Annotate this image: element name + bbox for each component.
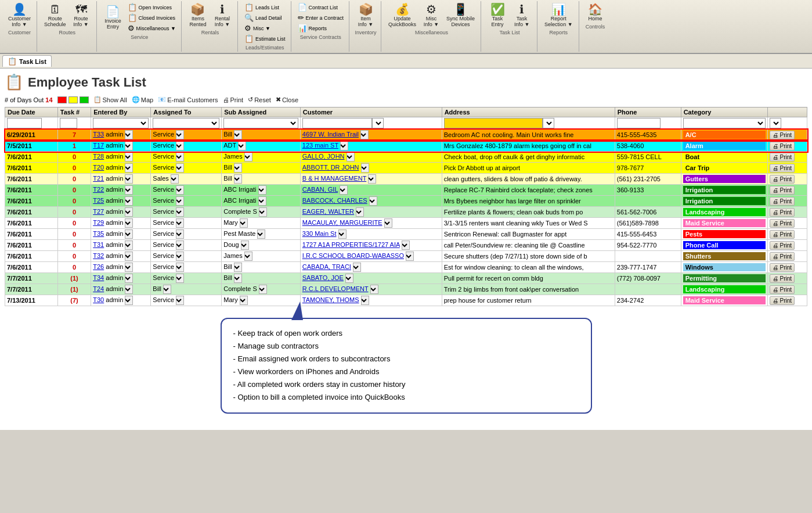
item-info-button[interactable]: 📦 ItemInfo ▼ [354, 2, 377, 28]
task-link[interactable]: T27 [93, 208, 104, 215]
leads-list-button[interactable]: 📋 Leads List [243, 2, 287, 12]
customer-link[interactable]: SABATO, JOE [302, 274, 344, 281]
category-badge[interactable]: Car Trip [683, 164, 766, 172]
cell-customer-select[interactable] [361, 163, 369, 173]
cell-subassigned-select[interactable] [258, 185, 266, 195]
task-link[interactable]: T24 [93, 285, 104, 292]
cell-subassigned-select[interactable] [240, 218, 248, 228]
filter-customer-input[interactable] [302, 118, 372, 128]
cell-customer-select[interactable] [356, 207, 364, 217]
row-print-button[interactable]: 🖨 Print [770, 219, 795, 228]
cell-enteredby-select[interactable] [125, 130, 133, 139]
enter-contract-button[interactable]: ✏ Enter a Contract [296, 13, 346, 23]
row-print-button[interactable]: 🖨 Print [770, 296, 795, 305]
email-customers-button[interactable]: 📧 E-mail Customers [158, 96, 218, 103]
cell-enteredby-select[interactable] [125, 252, 133, 261]
sync-mobile-button[interactable]: 📱 Sync MobileDevices [444, 2, 477, 28]
row-print-button[interactable]: 🖨 Print [770, 186, 795, 195]
cell-enteredby-select[interactable] [125, 229, 133, 239]
row-print-button[interactable]: 🖨 Print [770, 142, 795, 150]
cell-assignedto-select[interactable] [176, 152, 184, 162]
row-print-button[interactable]: 🖨 Print [770, 131, 795, 139]
cell-enteredby-select[interactable] [125, 274, 133, 283]
cell-enteredby-select[interactable] [125, 141, 133, 150]
cell-assignedto-select[interactable] [176, 130, 184, 139]
close-button[interactable]: ✖ Close [276, 96, 298, 103]
cell-subassigned-select[interactable] [234, 130, 242, 139]
cell-enteredby-select[interactable] [125, 241, 133, 250]
cell-customer-select[interactable] [369, 196, 377, 206]
category-badge[interactable]: Gutters [683, 175, 766, 183]
filter-address-select[interactable] [543, 118, 554, 128]
update-quickbooks-button[interactable]: 💰 UpdateQuickBooks [386, 2, 418, 28]
cell-enteredby-select[interactable] [125, 185, 133, 195]
cell-subassigned-select[interactable] [258, 196, 266, 206]
row-print-button[interactable]: 🖨 Print [770, 274, 795, 283]
cell-assignedto-select[interactable] [176, 274, 184, 283]
customer-link[interactable]: CABADA, TRACI [302, 263, 351, 270]
yellow-filter-box[interactable] [68, 96, 78, 103]
row-print-button[interactable]: 🖨 Print [770, 252, 795, 261]
category-badge[interactable]: Maid Service [683, 219, 766, 227]
filter-address-input[interactable] [444, 118, 543, 128]
row-print-button[interactable]: 🖨 Print [770, 263, 795, 272]
task-link[interactable]: T26 [93, 263, 104, 270]
filter-subassigned-select[interactable] [223, 118, 298, 128]
row-print-button[interactable]: 🖨 Print [770, 208, 795, 217]
task-link[interactable]: T20 [93, 164, 104, 171]
customer-info-button[interactable]: 👤 CustomerInfo ▼ [6, 2, 33, 28]
misc-info-button[interactable]: ⚙ MiscInfo ▼ [420, 2, 443, 28]
cell-customer-select[interactable] [340, 185, 348, 195]
row-print-button[interactable]: 🖨 Print [770, 175, 795, 184]
cell-customer-select[interactable] [340, 141, 348, 150]
cell-assignedto-select[interactable] [176, 141, 184, 150]
row-print-button[interactable]: 🖨 Print [770, 230, 795, 239]
cell-customer-select[interactable] [347, 152, 355, 162]
rental-info-button[interactable]: ℹ RentalInfo ▼ [211, 2, 234, 28]
category-badge[interactable]: Windows [683, 263, 766, 271]
cell-assignedto-select[interactable] [176, 218, 184, 228]
filter-assignedto-select[interactable] [153, 118, 219, 128]
row-print-button[interactable]: 🖨 Print [770, 153, 795, 162]
customer-link[interactable]: CABAN, GIL [302, 186, 338, 193]
lead-detail-button[interactable]: 🔍 Lead Detail [243, 13, 287, 23]
customer-link[interactable]: R.C.L DEVELOPMENT [302, 285, 369, 292]
task-link[interactable]: T31 [93, 241, 104, 248]
cell-assignedto-select[interactable] [176, 296, 184, 305]
red-filter-box[interactable] [57, 96, 67, 103]
customer-link[interactable]: 1727 A1A PROPERTIES/1727 AIA [302, 241, 400, 248]
open-invoices-button[interactable]: 📋 Open Invoices [126, 2, 178, 12]
filter-duedate-input[interactable] [7, 118, 42, 128]
route-schedule-button[interactable]: 🗓 RouteSchedule [42, 2, 68, 28]
category-badge[interactable]: Irrigation [683, 197, 766, 205]
cell-assignedto-select[interactable] [171, 174, 179, 184]
cell-subassigned-select[interactable] [240, 296, 248, 305]
task-link[interactable]: T25 [93, 197, 104, 204]
cell-enteredby-select[interactable] [125, 285, 133, 294]
task-link[interactable]: T21 [93, 175, 104, 182]
cell-customer-select[interactable] [345, 274, 353, 283]
cell-subassigned-select[interactable] [244, 152, 252, 162]
row-print-button[interactable]: 🖨 Print [770, 285, 795, 294]
task-link[interactable]: T35 [93, 230, 104, 237]
task-entry-button[interactable]: ✅ TaskEntry [486, 2, 509, 28]
category-badge[interactable]: Landscaping [683, 208, 766, 216]
task-link[interactable]: T30 [93, 296, 104, 303]
cell-enteredby-select[interactable] [125, 263, 133, 272]
invoice-entry-button[interactable]: 📄 InvoiceEntry [102, 5, 125, 31]
filter-enteredby-select[interactable] [93, 118, 149, 128]
show-all-button[interactable]: 📋 Show All [93, 96, 127, 103]
customer-link[interactable]: EAGER, WALTER [302, 208, 354, 215]
customer-link[interactable]: 330 Main St [302, 230, 337, 237]
cell-assignedto-select[interactable] [176, 252, 184, 261]
cell-enteredby-select[interactable] [125, 207, 133, 217]
cell-customer-select[interactable] [361, 296, 369, 305]
tab-tasklist[interactable]: 📋 Task List [2, 55, 52, 67]
customer-link[interactable]: MACAULAY, MARGUERITE [302, 219, 382, 226]
task-link[interactable]: T32 [93, 252, 104, 259]
estimate-list-button[interactable]: 📋 Estimate List [243, 34, 287, 44]
customer-link[interactable]: B & H MANAGEMENT [302, 175, 366, 182]
reports-sc-button[interactable]: 📊 Reports [296, 23, 346, 33]
cell-assignedto-select[interactable] [176, 207, 184, 217]
misc-le-button[interactable]: ⚙ Misc ▼ [243, 23, 287, 33]
